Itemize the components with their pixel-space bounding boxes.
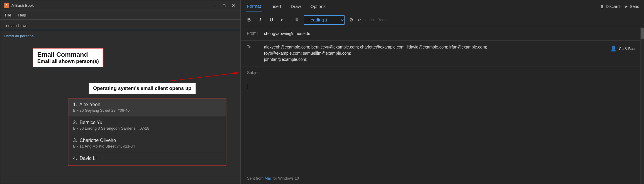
person-address: Blk 11 Ang Mo Kio Street 74, #11-04 <box>73 144 221 148</box>
person-name: 4. David Li <box>73 156 221 161</box>
send-icon: ➤ <box>624 4 628 9</box>
subject-placeholder[interactable]: Subject <box>247 70 261 75</box>
cc-bcc-button[interactable]: Cc & Bcc <box>619 46 635 51</box>
to-value[interactable]: alexyeoh@example.com; berniceyu@example.… <box>264 44 610 63</box>
title-bar: A A-Bash Book – □ ✕ <box>0 0 241 11</box>
format-toolbar: B I U ▾ ≡ Heading 1 Heading 2 Heading 3 … <box>241 13 644 27</box>
person-name: 1. Alex Yeoh <box>73 102 221 107</box>
send-button[interactable]: ➤ Send <box>624 4 639 9</box>
tab-format[interactable]: Format <box>246 1 262 11</box>
paragraph-icon[interactable]: ≡ <box>292 16 301 24</box>
tab-draw[interactable]: Draw <box>290 1 302 11</box>
scroll-thumb[interactable] <box>641 28 644 39</box>
trash-icon: 🗑 <box>600 4 604 9</box>
text-cursor <box>247 84 247 89</box>
person-name: 2. Bernice Yu <box>73 120 221 125</box>
menu-file[interactable]: File <box>4 12 12 18</box>
underline-button[interactable]: U <box>267 16 276 24</box>
list-item[interactable]: 4. David Li <box>68 152 226 165</box>
tab-bar: email shown <box>0 20 241 30</box>
person-name: 3. Charlotte Oliveiro <box>73 138 221 143</box>
email-client: Format Insert Draw Options 🗑 Discard ➤ S… <box>241 0 644 184</box>
email-actions: 🗑 Discard ➤ Send <box>600 4 639 9</box>
email-compose: From: chongyaowei@u.nus.edu To: alexyeoh… <box>241 27 640 184</box>
from-field: From: chongyaowei@u.nus.edu <box>241 27 640 41</box>
svg-line-0 <box>170 73 239 81</box>
menu-bar: File Help <box>0 11 241 20</box>
annotation-subtitle: Email all shown person(s) <box>37 58 99 64</box>
app-icon: A <box>4 3 9 8</box>
to-label: To: <box>247 44 262 49</box>
heading-select[interactable]: Heading 1 Heading 2 Heading 3 Normal <box>304 15 345 25</box>
list-item[interactable]: 1. Alex Yeoh Blk 30 Geylang Street 29, #… <box>68 98 226 116</box>
to-field: To: alexyeoh@example.com; berniceyu@exam… <box>241 41 640 66</box>
tab-options[interactable]: Options <box>309 1 327 11</box>
subject-field: Subject <box>241 66 640 79</box>
email-tab-bar: Format Insert Draw Options 🗑 Discard ➤ S… <box>241 0 644 13</box>
annotation-os-email: Operating system's email client opens up <box>88 83 196 94</box>
redo-label: Redo <box>377 18 386 22</box>
person-list: 1. Alex Yeoh Blk 30 Geylang Street 29, #… <box>68 98 226 166</box>
email-scrollbar[interactable] <box>640 27 644 184</box>
close-button[interactable]: ✕ <box>230 3 237 9</box>
annotation-email-command: Email Command Email all shown person(s) <box>33 48 104 67</box>
undo-label: Undo <box>365 18 374 22</box>
settings-icon[interactable]: ⚙ <box>347 16 355 24</box>
from-value: chongyaowei@u.nus.edu <box>264 31 635 37</box>
minimize-button[interactable]: – <box>211 3 218 9</box>
email-body[interactable] <box>241 79 640 173</box>
undo-icon[interactable]: ↩ <box>358 18 361 22</box>
mail-link[interactable]: Mail <box>265 176 272 180</box>
list-item[interactable]: 2. Bernice Yu Blk 30 Lorong 3 Serangoon … <box>68 116 226 134</box>
tab-email-shown[interactable]: email shown <box>4 22 30 30</box>
footer-text: Sent from Mail for Windows 10 <box>247 176 299 180</box>
tab-insert[interactable]: Insert <box>269 1 283 11</box>
app-window: A A-Bash Book – □ ✕ File Help email show… <box>0 0 241 184</box>
toolbar-separator <box>289 16 289 24</box>
discard-button[interactable]: 🗑 Discard <box>600 4 620 9</box>
window-controls: – □ ✕ <box>211 3 237 9</box>
app-content: Listed all persons Email Command Email a… <box>0 30 241 184</box>
cc-bcc-area: 👤 Cc & Bcc <box>610 44 635 52</box>
list-item[interactable]: 3. Charlotte Oliveiro Blk 11 Ang Mo Kio … <box>68 134 226 152</box>
person-address: Blk 30 Lorong 3 Serangoon Gardens, #07-1… <box>73 126 221 131</box>
maximize-button[interactable]: □ <box>221 3 228 9</box>
from-label: From: <box>247 31 262 36</box>
annotation-os-text: Operating system's email client opens up <box>93 86 191 91</box>
italic-button[interactable]: I <box>256 16 265 24</box>
email-footer: Sent from Mail for Windows 10 <box>241 173 640 184</box>
annotation-title: Email Command <box>37 51 99 58</box>
app-title: A-Bash Book <box>11 3 211 8</box>
bold-button[interactable]: B <box>245 16 253 24</box>
menu-help[interactable]: Help <box>17 12 27 18</box>
text-format-dropdown[interactable]: ▾ <box>278 16 285 24</box>
person-address: Blk 30 Geylang Street 29, #06-40 <box>73 108 221 113</box>
contact-icon: 👤 <box>610 45 617 52</box>
listed-persons-text: Listed all persons <box>4 34 237 38</box>
